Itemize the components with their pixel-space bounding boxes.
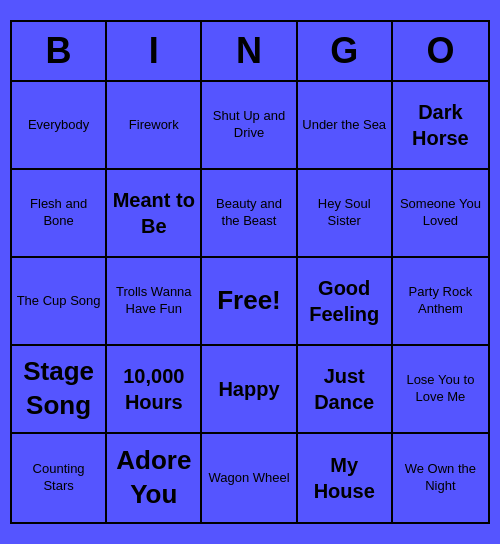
bingo-cell: Firework [107, 82, 202, 170]
cell-label: Counting Stars [16, 461, 101, 495]
cell-label: The Cup Song [17, 293, 101, 310]
bingo-cell: Good Feeling [298, 258, 393, 346]
bingo-cell: Free! [202, 258, 297, 346]
bingo-header: BINGO [12, 22, 488, 82]
bingo-cell: Under the Sea [298, 82, 393, 170]
cell-label: Wagon Wheel [208, 470, 289, 487]
bingo-cell: Adore You [107, 434, 202, 522]
bingo-cell: Hey Soul Sister [298, 170, 393, 258]
bingo-cell: Beauty and the Beast [202, 170, 297, 258]
cell-label: Flesh and Bone [16, 196, 101, 230]
bingo-cell: Stage Song [12, 346, 107, 434]
bingo-cell: Shut Up and Drive [202, 82, 297, 170]
header-letter: I [107, 22, 202, 80]
bingo-cell: The Cup Song [12, 258, 107, 346]
bingo-cell: Someone You Loved [393, 170, 488, 258]
bingo-cell: Party Rock Anthem [393, 258, 488, 346]
bingo-cell: Meant to Be [107, 170, 202, 258]
cell-label: Trolls Wanna Have Fun [111, 284, 196, 318]
cell-label: We Own the Night [397, 461, 484, 495]
cell-label: Lose You to Love Me [397, 372, 484, 406]
cell-label: Hey Soul Sister [302, 196, 387, 230]
cell-label: Shut Up and Drive [206, 108, 291, 142]
cell-label: Happy [218, 376, 279, 402]
bingo-grid: EverybodyFireworkShut Up and DriveUnder … [12, 82, 488, 522]
cell-label: Free! [217, 284, 281, 318]
bingo-cell: My House [298, 434, 393, 522]
header-letter: N [202, 22, 297, 80]
cell-label: Firework [129, 117, 179, 134]
cell-label: Under the Sea [302, 117, 386, 134]
bingo-cell: Counting Stars [12, 434, 107, 522]
cell-label: Good Feeling [302, 275, 387, 327]
cell-label: Dark Horse [397, 99, 484, 151]
cell-label: Stage Song [16, 355, 101, 423]
cell-label: 10,000 Hours [111, 363, 196, 415]
cell-label: Adore You [111, 444, 196, 512]
cell-label: Party Rock Anthem [397, 284, 484, 318]
bingo-cell: We Own the Night [393, 434, 488, 522]
header-letter: B [12, 22, 107, 80]
cell-label: Meant to Be [111, 187, 196, 239]
header-letter: O [393, 22, 488, 80]
cell-label: My House [302, 452, 387, 504]
bingo-cell: Trolls Wanna Have Fun [107, 258, 202, 346]
bingo-cell: Wagon Wheel [202, 434, 297, 522]
bingo-cell: Dark Horse [393, 82, 488, 170]
cell-label: Beauty and the Beast [206, 196, 291, 230]
cell-label: Just Dance [302, 363, 387, 415]
bingo-cell: Everybody [12, 82, 107, 170]
bingo-cell: Just Dance [298, 346, 393, 434]
cell-label: Everybody [28, 117, 89, 134]
cell-label: Someone You Loved [397, 196, 484, 230]
bingo-cell: 10,000 Hours [107, 346, 202, 434]
bingo-card: BINGO EverybodyFireworkShut Up and Drive… [10, 20, 490, 524]
bingo-cell: Flesh and Bone [12, 170, 107, 258]
bingo-cell: Lose You to Love Me [393, 346, 488, 434]
bingo-cell: Happy [202, 346, 297, 434]
header-letter: G [298, 22, 393, 80]
